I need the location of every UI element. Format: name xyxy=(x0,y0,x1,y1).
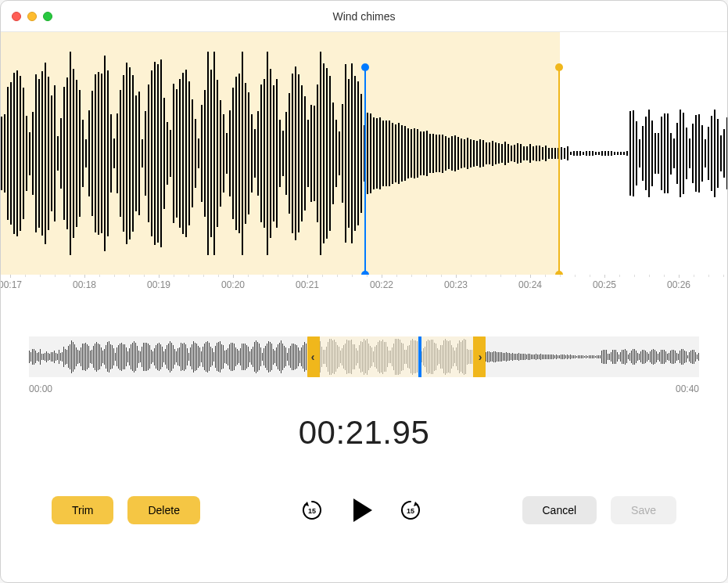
time-tick: 00:19 xyxy=(147,279,170,290)
overview-start-label: 00:00 xyxy=(29,383,52,394)
app-window: Wind chimes 00:1700:1800:1900:2000:2100:… xyxy=(0,0,728,583)
time-tick: 00:25 xyxy=(593,279,616,290)
skip-back-button[interactable]: 15 xyxy=(300,498,324,522)
trim-end-marker[interactable] xyxy=(558,67,560,275)
chevron-right-icon: › xyxy=(479,351,482,363)
play-button[interactable] xyxy=(346,495,377,526)
svg-text:15: 15 xyxy=(308,507,316,515)
minimize-button[interactable] xyxy=(27,12,37,21)
svg-text:15: 15 xyxy=(407,507,414,515)
delete-button[interactable]: Delete xyxy=(127,496,199,524)
play-icon xyxy=(346,495,377,526)
time-tick: 00:17 xyxy=(0,279,22,290)
time-ruler: 00:1700:1800:1900:2000:2100:2200:2300:24… xyxy=(1,275,727,301)
trim-button[interactable]: Trim xyxy=(52,496,113,524)
skip-forward-button[interactable]: 15 xyxy=(399,498,422,522)
main-waveform-area[interactable] xyxy=(1,32,727,275)
playback-controls: 15 15 xyxy=(300,495,422,526)
overview-labels: 00:00 00:40 xyxy=(29,383,699,394)
titlebar[interactable]: Wind chimes xyxy=(1,1,727,32)
chevron-left-icon: ‹ xyxy=(311,351,315,363)
window-controls xyxy=(12,12,52,21)
cancel-button[interactable]: Cancel xyxy=(522,496,597,524)
time-tick: 00:26 xyxy=(667,279,690,290)
controls-bar: Trim Delete 15 15 xyxy=(1,495,727,526)
overview-playhead[interactable] xyxy=(418,336,421,377)
trim-handle-left[interactable]: ‹ xyxy=(307,336,318,377)
time-tick: 00:22 xyxy=(370,279,393,290)
maximize-button[interactable] xyxy=(43,12,52,21)
playhead-marker[interactable] xyxy=(364,67,366,275)
trim-handle-right[interactable]: › xyxy=(475,336,486,377)
save-button[interactable]: Save xyxy=(611,496,676,524)
overview-waveform[interactable]: ‹ › xyxy=(29,336,699,377)
time-tick: 00:21 xyxy=(296,279,319,290)
trim-selection-box xyxy=(318,336,475,377)
overview-section: ‹ › 00:00 00:40 xyxy=(29,336,699,394)
skip-forward-15-icon: 15 xyxy=(399,498,422,522)
skip-back-15-icon: 15 xyxy=(300,498,324,522)
time-tick: 00:18 xyxy=(73,279,96,290)
overview-end-label: 00:40 xyxy=(676,383,699,394)
window-title: Wind chimes xyxy=(1,10,727,23)
current-time-display: 00:21.95 xyxy=(1,414,727,452)
time-tick: 00:24 xyxy=(518,279,542,290)
time-tick: 00:20 xyxy=(221,279,245,290)
close-button[interactable] xyxy=(12,12,21,21)
time-tick: 00:23 xyxy=(444,279,468,290)
